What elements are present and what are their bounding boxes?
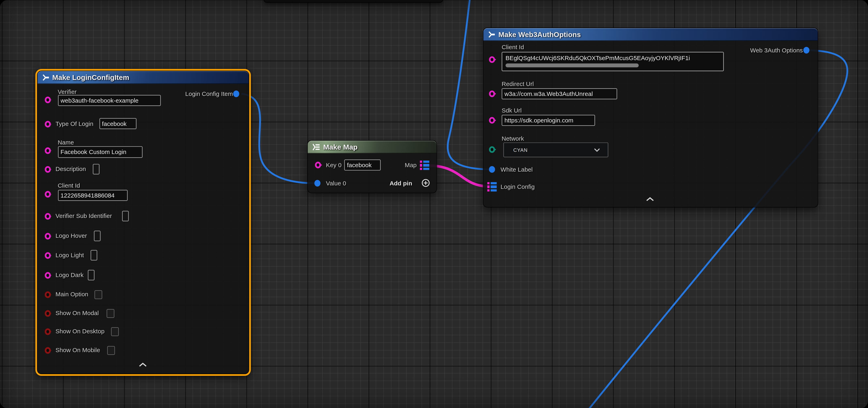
chevron-down-icon [594,148,600,152]
collapse-chevron-icon[interactable] [138,363,147,367]
pin-label-show-on-mobile: Show On Mobile [56,346,100,353]
pin-white-label[interactable] [489,166,495,173]
pin-label-show-on-desktop: Show On Desktop [56,328,104,335]
pin-label-value-0: Value 0 [326,180,346,186]
output-pin-map[interactable] [420,161,429,170]
node-title: Make LoginConfigItem [52,73,129,82]
offscreen-node-fragment[interactable] [264,0,442,2]
collapse-chevron-icon[interactable] [646,197,654,202]
output-pin-login-config-item[interactable] [233,91,239,97]
logo-hover-field[interactable] [94,231,100,241]
pin-label-logo-dark: Logo Dark [56,272,84,278]
pin-verifier-sub-identifier[interactable] [44,213,51,220]
output-pin-web3auth-options[interactable] [803,47,809,54]
pin-show-on-desktop[interactable] [44,329,51,335]
node-title: Make Web3AuthOptions [498,30,581,39]
pin-label-type-of-login: Type Of Login [56,120,93,127]
pin-value-0[interactable] [314,180,320,186]
node-header[interactable]: Make Map [308,141,436,154]
pin-label-key-0: Key 0 [326,162,342,168]
show-on-modal-checkbox[interactable] [106,309,114,318]
graph-canvas[interactable]: Make LoginConfigItem Login Config Item V… [0,0,868,408]
pin-show-on-modal[interactable] [44,310,51,317]
pin-label-show-on-modal: Show On Modal [56,310,99,316]
make-struct-icon [488,31,495,38]
network-dropdown[interactable]: CYAN [503,142,608,158]
node-make-map[interactable]: Make Map Key 0 facebook Map Value 0 Add … [308,141,436,193]
pin-label-sdk-url: Sdk Url [502,107,522,114]
pin-label-verifier: Verifier [58,88,76,95]
pin-label-description: Description [56,166,86,172]
pin-main-option[interactable] [44,292,51,298]
output-pin-label-map: Map [405,162,416,168]
pin-label-main-option: Main Option [56,291,88,298]
blueprint-editor: Make LoginConfigItem Login Config Item V… [0,0,868,408]
client-id-field[interactable]: BEglQSgt4cUWcj6SKRdu5QkOXTsePmMcusG5EAoy… [502,52,724,71]
pin-label-logo-light: Logo Light [56,251,84,258]
pin-name[interactable] [44,147,51,154]
name-field[interactable]: Facebook Custom Login [58,146,142,158]
horizontal-scrollbar[interactable] [505,64,639,67]
show-on-desktop-checkbox[interactable] [111,327,119,336]
pin-sdk-url[interactable] [489,117,495,124]
pin-label-client-id: Client Id [58,182,80,189]
pin-key-0[interactable] [315,162,321,168]
pin-verifier[interactable] [44,97,51,103]
redirect-url-field[interactable]: w3a://com.w3a.Web3AuthUnreal [502,88,617,99]
client-id-field[interactable]: 1222658941886084 [58,190,127,201]
node-header[interactable]: Make LoginConfigItem [37,71,248,84]
wire-map-to-login-config[interactable] [430,166,491,186]
wire-loginconfigitem-to-value0[interactable] [242,94,315,183]
pin-client-id[interactable] [44,191,51,198]
pin-label-white-label: White Label [501,166,533,173]
output-pin-label: Web 3Auth Options [750,47,803,54]
pin-login-config[interactable] [487,182,497,192]
node-header[interactable]: Make Web3AuthOptions [484,28,818,41]
node-make-loginconfigitem[interactable]: Make LoginConfigItem Login Config Item V… [37,71,248,374]
pin-logo-light[interactable] [44,252,51,259]
type-of-login-field[interactable]: facebook [99,118,136,129]
pin-label-client-id: Client Id [502,43,524,50]
pin-show-on-mobile[interactable] [44,347,51,354]
sdk-url-field[interactable]: https://sdk.openlogin.com [502,115,595,126]
description-field[interactable] [93,164,99,174]
key-0-field[interactable]: facebook [344,160,381,171]
pin-logo-hover[interactable] [44,233,51,240]
add-pin-label: Add pin [390,180,412,186]
pin-type-of-login[interactable] [44,121,51,128]
pin-redirect-url[interactable] [489,91,495,97]
main-option-checkbox[interactable] [94,290,102,299]
pin-label-network: Network [502,135,524,142]
show-on-mobile-checkbox[interactable] [107,346,115,355]
pin-client-id[interactable] [489,56,495,63]
make-map-icon [312,143,320,150]
output-pin-label: Login Config Item [185,91,233,97]
pin-label-logo-hover: Logo Hover [56,232,87,239]
add-pin-icon[interactable] [422,179,430,187]
verifier-sub-identifier-field[interactable] [122,211,128,222]
verifier-field[interactable]: web3auth-facebook-example [58,95,160,106]
pin-logo-dark[interactable] [44,272,51,279]
pin-label-login-config: Login Config [501,183,535,190]
node-title: Make Map [323,143,358,151]
pin-label-name: Name [58,139,74,146]
node-make-web3authoptions[interactable]: Make Web3AuthOptions Web 3Auth Options C… [484,28,818,207]
logo-light-field[interactable] [90,250,97,261]
pin-label-verifier-sub-identifier: Verifier Sub Identifier [56,212,112,219]
logo-dark-field[interactable] [88,270,94,280]
make-struct-icon [42,74,49,81]
pin-network[interactable] [489,146,495,153]
pin-label-redirect-url: Redirect Url [502,80,534,87]
pin-description[interactable] [44,166,51,173]
